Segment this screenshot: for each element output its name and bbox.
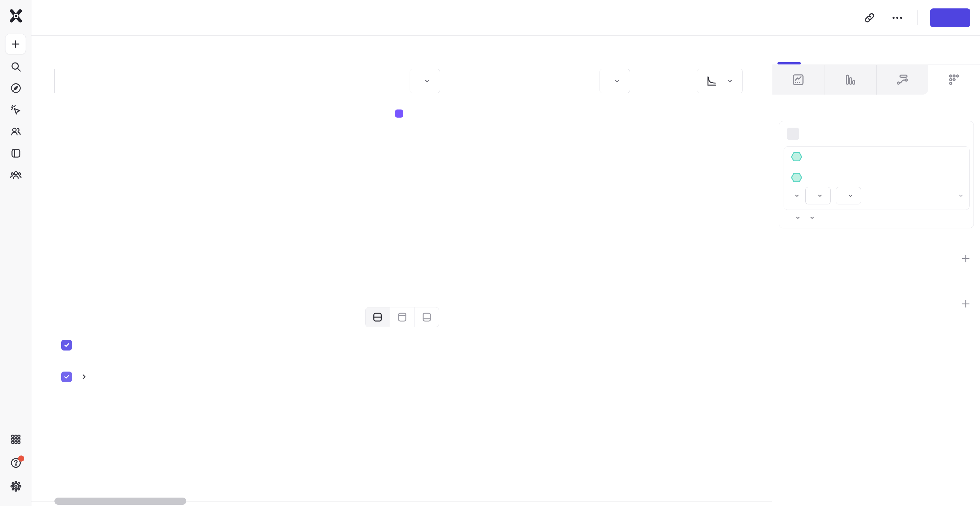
- filter-section: [780, 249, 973, 268]
- left-sidebar: [0, 0, 32, 506]
- report-type-tabs: [772, 65, 980, 95]
- users-icon[interactable]: [0, 126, 32, 137]
- active-tab-underline: [778, 62, 801, 65]
- insights-icon: [791, 73, 805, 87]
- add-breakdown-button[interactable]: [959, 297, 973, 311]
- events-click-icon[interactable]: [0, 104, 32, 116]
- chevron-down-icon: [423, 78, 431, 84]
- main-content: [32, 36, 772, 506]
- chevron-down-icon: [958, 192, 964, 199]
- table-header-row: [32, 336, 772, 354]
- event-hexagon-icon: [790, 171, 803, 184]
- breadcrumb: [52, 0, 65, 36]
- retention-type-dropdown[interactable]: [790, 192, 800, 199]
- step-badge: [787, 128, 799, 140]
- chevron-down-icon: [847, 192, 854, 199]
- chevron-down-icon: [614, 78, 620, 84]
- cohorts-group-icon[interactable]: [0, 169, 32, 181]
- mixpanel-logo-icon[interactable]: [8, 8, 23, 23]
- row-checkbox[interactable]: [61, 371, 72, 382]
- view-toggle-chart[interactable]: [390, 308, 415, 327]
- table-row[interactable]: [32, 365, 772, 389]
- panel-tabs: [772, 36, 980, 65]
- table-view-icon: [421, 312, 432, 323]
- check-icon: [64, 373, 70, 380]
- view-toggle-split[interactable]: [366, 308, 390, 327]
- chevron-down-icon: [809, 214, 815, 221]
- report-type-retention[interactable]: [928, 65, 980, 95]
- query-panel: [772, 36, 980, 506]
- plus-icon: [10, 38, 21, 49]
- settings-gear-icon[interactable]: [0, 480, 32, 492]
- apps-grid-icon[interactable]: [0, 433, 32, 445]
- chevron-down-icon: [795, 214, 801, 221]
- select-all-checkbox[interactable]: [61, 340, 72, 351]
- check-icon: [64, 342, 70, 348]
- chevron-down-icon: [794, 192, 800, 199]
- funnels-icon: [843, 73, 857, 87]
- groups-dropdown[interactable]: [806, 214, 815, 221]
- add-filter-button[interactable]: [959, 251, 973, 266]
- report-type-flows[interactable]: [877, 65, 929, 95]
- plus-icon: [960, 298, 971, 309]
- retention-table: [32, 317, 772, 506]
- chevron-right-icon: [80, 373, 88, 380]
- report-toolbar: [32, 36, 772, 107]
- top-bar: [32, 0, 980, 36]
- breakdown-section: [780, 295, 973, 313]
- copy-link-button[interactable]: [862, 10, 877, 25]
- create-new-button[interactable]: [5, 34, 26, 54]
- report-type-insights[interactable]: [772, 65, 824, 95]
- advanced-dropdown[interactable]: [955, 192, 964, 199]
- on-dropdown[interactable]: [805, 187, 830, 205]
- ellipsis-icon: [891, 11, 904, 24]
- retention-query-card: [779, 121, 974, 228]
- event-row-return[interactable]: [790, 171, 816, 184]
- discover-compass-icon[interactable]: [0, 82, 32, 94]
- date-range-group: [54, 69, 55, 93]
- flows-icon: [896, 73, 909, 87]
- chevron-down-icon: [726, 78, 733, 84]
- horizontal-scrollbar-thumb[interactable]: [54, 498, 186, 505]
- view-toggle-group: [365, 307, 439, 327]
- chart-view-icon: [397, 312, 408, 323]
- event-steps-card: [784, 146, 970, 210]
- event-hexagon-icon: [790, 150, 803, 163]
- help-icon[interactable]: [0, 457, 32, 469]
- retention-icon: [947, 73, 961, 87]
- split-view-icon: [372, 312, 383, 323]
- compare-button[interactable]: [410, 69, 440, 93]
- retention-curve-icon: [706, 76, 717, 87]
- metric-dropdown[interactable]: [791, 214, 801, 221]
- more-options-button[interactable]: [889, 10, 905, 25]
- interval-dropdown[interactable]: [836, 187, 861, 205]
- chart-type-button[interactable]: [697, 69, 743, 93]
- retention-line-chart[interactable]: [32, 113, 772, 295]
- link-icon: [863, 11, 876, 24]
- report-type-funnels[interactable]: [824, 65, 877, 95]
- row-expand-chevron[interactable]: [80, 373, 88, 380]
- chevron-down-icon: [817, 192, 823, 199]
- boards-icon[interactable]: [0, 148, 32, 159]
- view-toggle-table[interactable]: [415, 308, 439, 327]
- granularity-button[interactable]: [600, 69, 630, 93]
- plus-icon: [960, 253, 971, 264]
- event-row-born[interactable]: [790, 150, 816, 163]
- search-icon[interactable]: [0, 61, 32, 73]
- help-notification-badge: [18, 455, 24, 462]
- save-button[interactable]: [930, 8, 970, 27]
